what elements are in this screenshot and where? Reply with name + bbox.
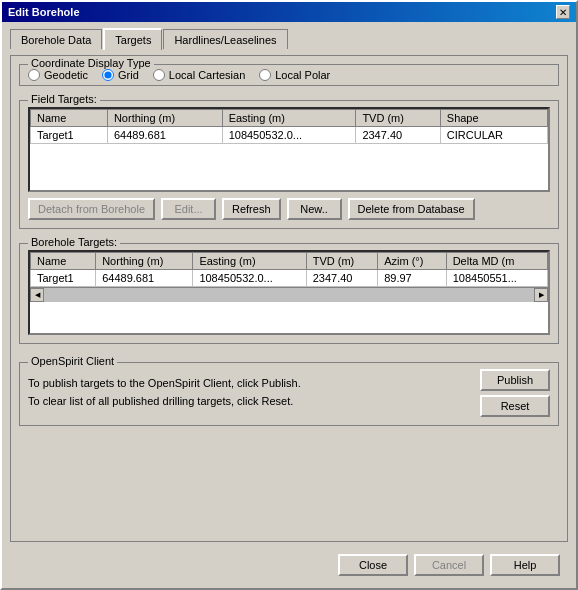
tab-bar: Borehole Data Targets Hardlines/Leaselin… <box>10 28 568 49</box>
coordinate-display-title: Coordinate Display Type <box>28 57 154 69</box>
openspirit-text-line1: To publish targets to the OpenSpirit Cli… <box>28 375 470 393</box>
edit-borehole-window: Edit Borehole ✕ Borehole Data Targets Ha… <box>0 0 578 590</box>
radio-local-polar[interactable]: Local Polar <box>259 69 330 81</box>
field-targets-title: Field Targets: <box>28 93 100 105</box>
field-targets-group: Field Targets: Name Northing (m) Easting… <box>19 100 559 229</box>
publish-button[interactable]: Publish <box>480 369 550 391</box>
bt-col-name: Name <box>31 253 96 270</box>
new-button[interactable]: New.. <box>287 198 342 220</box>
borehole-targets-table-container: Name Northing (m) Easting (m) TVD (m) Az… <box>28 250 550 335</box>
tab-hardlines[interactable]: Hardlines/Leaselines <box>163 29 287 49</box>
openspirit-text-line2: To clear list of all published drilling … <box>28 393 470 411</box>
col-northing: Northing (m) <box>107 110 222 127</box>
radio-grid-input[interactable] <box>102 69 114 81</box>
detach-from-borehole-button[interactable]: Detach from Borehole <box>28 198 155 220</box>
tab-targets[interactable]: Targets <box>103 28 162 50</box>
col-easting: Easting (m) <box>222 110 356 127</box>
bt-row-name: Target1 <box>31 270 96 287</box>
radio-grid[interactable]: Grid <box>102 69 139 81</box>
table-row[interactable]: Target1 64489.681 108450532.0... 2347.40… <box>31 270 548 287</box>
refresh-button[interactable]: Refresh <box>222 198 281 220</box>
tab-bar-inner: Borehole Data Targets Hardlines/Leaselin… <box>10 28 568 49</box>
openspirit-description: To publish targets to the OpenSpirit Cli… <box>28 375 470 410</box>
edit-button[interactable]: Edit... <box>161 198 216 220</box>
bt-col-delta-md: Delta MD (m <box>446 253 547 270</box>
col-tvd: TVD (m) <box>356 110 440 127</box>
bt-row-northing: 64489.681 <box>96 270 193 287</box>
title-bar: Edit Borehole ✕ <box>2 2 576 22</box>
radio-local-polar-input[interactable] <box>259 69 271 81</box>
tab-content: Coordinate Display Type Geodetic Grid Lo… <box>10 55 568 542</box>
borehole-targets-table: Name Northing (m) Easting (m) TVD (m) Az… <box>30 252 548 287</box>
bt-row-azim: 89.97 <box>378 270 446 287</box>
field-targets-button-row: Detach from Borehole Edit... Refresh New… <box>28 198 550 220</box>
openspirit-group: OpenSpirit Client To publish targets to … <box>19 362 559 426</box>
radio-grid-label: Grid <box>118 69 139 81</box>
radio-geodetic-label: Geodetic <box>44 69 88 81</box>
close-button[interactable]: Close <box>338 554 408 576</box>
openspirit-content: To publish targets to the OpenSpirit Cli… <box>28 369 550 417</box>
cancel-button[interactable]: Cancel <box>414 554 484 576</box>
field-target-shape: CIRCULAR <box>440 127 547 144</box>
scroll-track[interactable] <box>44 288 534 302</box>
col-shape: Shape <box>440 110 547 127</box>
field-targets-table-container: Name Northing (m) Easting (m) TVD (m) Sh… <box>28 107 550 192</box>
window-title: Edit Borehole <box>8 6 80 18</box>
radio-local-cartesian-label: Local Cartesian <box>169 69 245 81</box>
bt-col-easting: Easting (m) <box>193 253 306 270</box>
field-targets-table: Name Northing (m) Easting (m) TVD (m) Sh… <box>30 109 548 144</box>
tab-borehole-data[interactable]: Borehole Data <box>10 29 102 49</box>
radio-geodetic[interactable]: Geodetic <box>28 69 88 81</box>
openspirit-title: OpenSpirit Client <box>28 355 117 367</box>
bt-col-tvd: TVD (m) <box>306 253 378 270</box>
borehole-targets-group: Borehole Targets: Name Northing (m) East… <box>19 243 559 344</box>
horizontal-scrollbar[interactable]: ◀ ▶ <box>30 287 548 301</box>
bt-row-easting: 108450532.0... <box>193 270 306 287</box>
scroll-left-arrow[interactable]: ◀ <box>30 288 44 302</box>
reset-button[interactable]: Reset <box>480 395 550 417</box>
borehole-targets-title: Borehole Targets: <box>28 236 120 248</box>
field-target-name: Target1 <box>31 127 108 144</box>
bt-row-delta-md: 108450551... <box>446 270 547 287</box>
table-row[interactable]: Target1 64489.681 108450532.0... 2347.40… <box>31 127 548 144</box>
field-target-northing: 64489.681 <box>107 127 222 144</box>
delete-from-database-button[interactable]: Delete from Database <box>348 198 475 220</box>
footer: Close Cancel Help <box>10 548 568 582</box>
radio-local-cartesian-input[interactable] <box>153 69 165 81</box>
field-target-tvd: 2347.40 <box>356 127 440 144</box>
bt-col-azim: Azim (°) <box>378 253 446 270</box>
radio-geodetic-input[interactable] <box>28 69 40 81</box>
bt-col-northing: Northing (m) <box>96 253 193 270</box>
close-icon[interactable]: ✕ <box>556 5 570 19</box>
radio-local-polar-label: Local Polar <box>275 69 330 81</box>
col-name: Name <box>31 110 108 127</box>
scroll-right-arrow[interactable]: ▶ <box>534 288 548 302</box>
field-target-easting: 108450532.0... <box>222 127 356 144</box>
main-content: Borehole Data Targets Hardlines/Leaselin… <box>2 22 576 588</box>
bt-row-tvd: 2347.40 <box>306 270 378 287</box>
radio-local-cartesian[interactable]: Local Cartesian <box>153 69 245 81</box>
help-button[interactable]: Help <box>490 554 560 576</box>
openspirit-button-group: Publish Reset <box>480 369 550 417</box>
coordinate-display-group: Coordinate Display Type Geodetic Grid Lo… <box>19 64 559 86</box>
